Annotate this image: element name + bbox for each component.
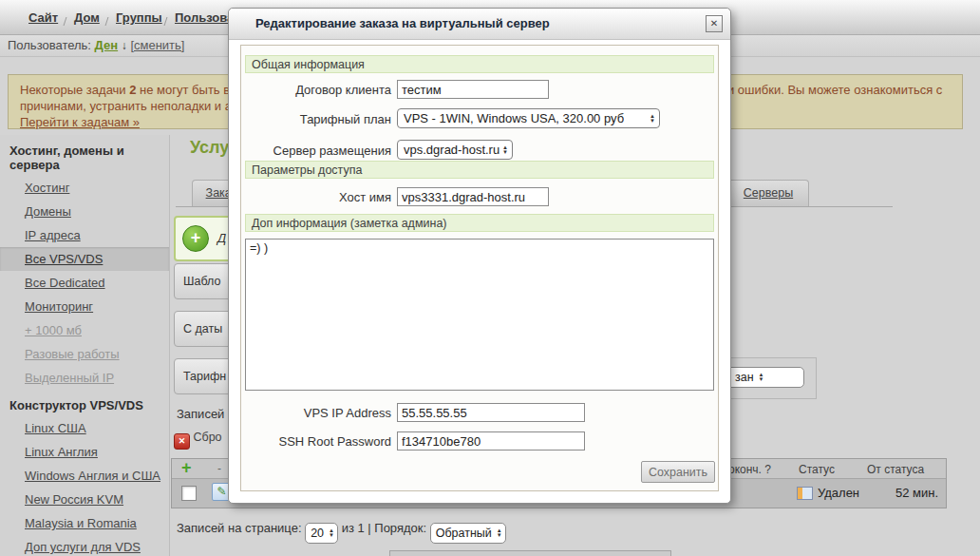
tab-servers-label[interactable]: Серверы xyxy=(744,186,793,200)
row-checkbox[interactable] xyxy=(181,486,197,501)
select-arrows-icon xyxy=(497,528,502,538)
col-from-status: От статуса xyxy=(867,463,924,476)
status-icon xyxy=(797,487,813,500)
sidebar-item-ip[interactable]: IP адреса xyxy=(0,223,169,247)
server-label: Сервер размещения xyxy=(241,144,391,158)
sidebar-item-1000mb[interactable]: + 1000 мб xyxy=(0,318,169,342)
sidebar-item-hosting[interactable]: Хостинг xyxy=(0,176,169,200)
reset-label: Сбро xyxy=(193,431,221,444)
host-input[interactable] xyxy=(397,187,549,206)
vps-ip-input[interactable] xyxy=(397,403,585,422)
section-access-params: Параметры доступа xyxy=(245,161,714,179)
section-general-info: Общая информация xyxy=(245,55,714,73)
select-arrows-icon xyxy=(502,145,508,155)
vps-ip-label: VPS IP Address xyxy=(241,406,391,420)
sidebar-item-russia-kvm[interactable]: New Россия KVM xyxy=(0,488,169,511)
select-arrows-icon xyxy=(650,114,655,124)
per-page-value: 20 xyxy=(311,527,324,540)
page-count-label: из 1 | Порядок: xyxy=(342,521,426,535)
sidebar-item-domains[interactable]: Домены xyxy=(0,200,169,223)
per-page-label: Записей на странице: xyxy=(177,521,302,535)
modal-title: Редактирование заказа на виртуальный сер… xyxy=(255,16,550,30)
add-order-label: Д xyxy=(217,231,226,245)
warning-text-line1: Некоторые задачи 2 не могут быть вып xyxy=(20,83,246,97)
nav-divider xyxy=(105,17,109,26)
nav-groups[interactable]: Группы xyxy=(116,10,162,25)
ssh-password-label: SSH Root Password xyxy=(241,434,391,449)
order-select[interactable]: Обратный xyxy=(430,523,506,544)
sidebar-item-all-vps[interactable]: Все VPS/VDS xyxy=(0,247,169,271)
plan-select[interactable]: VPS - 1WIN, Windows USA, 320.00 руб xyxy=(397,108,660,128)
col-status: Статус xyxy=(799,463,835,476)
user-label: Пользователь: xyxy=(8,38,91,52)
per-page-select[interactable]: 20 xyxy=(305,523,338,544)
username-link[interactable]: Ден xyxy=(95,38,119,52)
host-label: Хост имя xyxy=(241,190,391,204)
nav-home[interactable]: Дом xyxy=(74,10,100,25)
red-cross-icon: ✕ xyxy=(174,433,190,450)
save-button[interactable]: Сохранить xyxy=(641,461,715,483)
sidebar-item-all-dedicated[interactable]: Все Dedicated xyxy=(0,271,169,295)
sidebar-item-windows[interactable]: Windows Англия и США xyxy=(0,464,169,488)
close-icon[interactable]: ✕ xyxy=(706,15,723,32)
sidebar-section-vps-builder-title: Конструктор VPS/VDS xyxy=(0,390,169,416)
sidebar-item-monitoring[interactable]: Мониторинг xyxy=(0,295,169,318)
modal-body: Общая информация Договор клиента Тарифны… xyxy=(240,45,719,491)
sidebar-item-linux-usa[interactable]: Linux США xyxy=(0,416,169,440)
contract-label: Договор клиента xyxy=(241,83,391,97)
plan-select-value: VPS - 1WIN, Windows USA, 320.00 руб xyxy=(404,111,624,125)
ssh-password-input[interactable] xyxy=(397,431,585,451)
add-row-icon[interactable]: + xyxy=(181,458,192,478)
plus-circle-icon: + xyxy=(182,225,209,252)
select-arrows-icon xyxy=(329,528,334,538)
sidebar-item-dedicated-ip[interactable]: Выделенный IP xyxy=(0,366,169,390)
app-root: Сайт Дом Группы Пользова Пользователь: Д… xyxy=(0,0,980,556)
server-select-value: vps.dgrad-host.ru xyxy=(404,143,499,157)
filter-select-value: зан xyxy=(735,371,754,384)
reset-filters-button[interactable]: ✕ Сбро xyxy=(174,431,222,450)
sidebar: Хостинг, домены и сервера Хостинг Домены… xyxy=(0,135,170,556)
warning-text-line2: причинами, устранить неполадки и акти xyxy=(20,99,250,113)
nav-site[interactable]: Сайт xyxy=(28,10,58,25)
nav-divider xyxy=(164,17,168,26)
order-value: Обратный xyxy=(436,527,492,540)
select-arrows-icon xyxy=(759,373,764,382)
modal-edit-order: Редактирование заказа на виртуальный сер… xyxy=(228,8,731,504)
status-text: Удален xyxy=(818,486,859,500)
pagination-bar: Записей на странице: 20 из 1 | Порядок: … xyxy=(177,521,506,542)
sidebar-item-malaysia[interactable]: Malaysia и Romania xyxy=(0,511,169,535)
admin-note-textarea[interactable]: =) ) xyxy=(245,239,714,391)
modal-title-bar: Редактирование заказа на виртуальный сер… xyxy=(229,9,730,40)
col-end-date: оконч. ? xyxy=(728,463,771,476)
collapse-icon[interactable]: - xyxy=(217,462,221,475)
status-time: 52 мин. xyxy=(895,486,938,500)
arrow-down-icon: ↓ xyxy=(122,39,127,52)
sidebar-item-vds-extras[interactable]: Доп услуги для VDS xyxy=(0,535,169,556)
sidebar-item-one-time[interactable]: Разовые работы xyxy=(0,342,169,366)
records-label: Записей xyxy=(177,407,224,421)
section-admin-note: Доп информация (заметка админа) xyxy=(245,214,714,232)
nav-users[interactable]: Пользова xyxy=(175,10,234,25)
sidebar-section-hosting-title: Хостинг, домены и сервера xyxy=(0,135,169,176)
nav-divider xyxy=(64,17,67,26)
bottom-panel-edge xyxy=(389,550,671,556)
sidebar-item-linux-uk[interactable]: Linux Англия xyxy=(0,440,169,464)
change-user-link[interactable]: [сменить] xyxy=(130,38,184,52)
goto-tasks-link[interactable]: Перейти к задачам » xyxy=(20,115,140,129)
plan-label: Тарифный план xyxy=(241,112,391,126)
warning-text-line1-right: и ошибки. Вы можете ознакомиться с xyxy=(727,83,942,97)
contract-input[interactable] xyxy=(397,80,549,99)
tab-servers[interactable]: Серверы xyxy=(727,180,809,207)
server-select[interactable]: vps.dgrad-host.ru xyxy=(397,140,513,160)
